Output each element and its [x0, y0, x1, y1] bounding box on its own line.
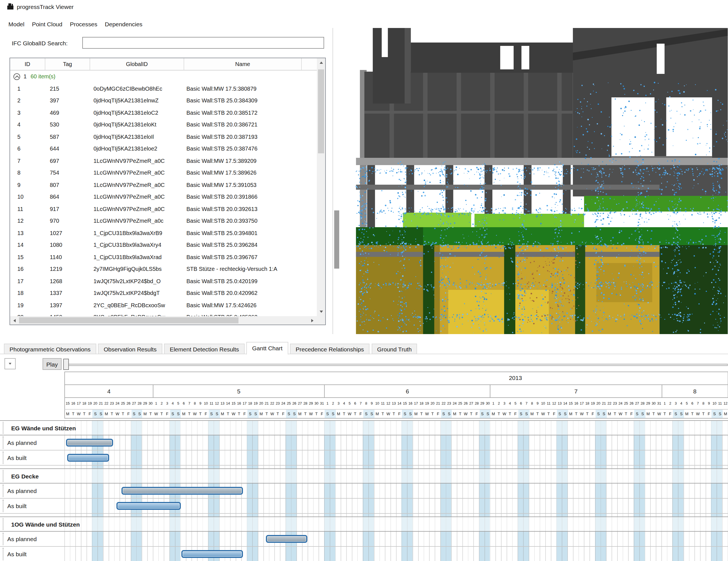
table-row[interactable]: 45300jdHoqTIj5KA21381eloKtBasic Wall:STB… [10, 119, 317, 131]
gantt-bar-planned[interactable] [121, 487, 243, 495]
day-number: 23 [275, 398, 281, 409]
table-row[interactable]: 129701LcGWnNV97PeZmeR_a0cBasic Wall:STB … [10, 215, 317, 227]
column-header-tag[interactable]: Tag [45, 58, 90, 70]
day-letter: S [214, 410, 220, 418]
column-header-globalid[interactable]: GlobalID [90, 58, 184, 70]
column-header-name[interactable]: Name [184, 58, 302, 70]
table-row[interactable]: 98071LcGWnNV97PeZmeR_a0CBasic Wall:MW 17… [10, 179, 317, 191]
table-row[interactable]: 66440jdHoqTIj5KA21381eloe2Basic Wall:STB… [10, 143, 317, 155]
day-letter: T [187, 410, 192, 418]
gantt-bar-planned[interactable] [266, 535, 307, 543]
day-number: 19 [424, 398, 430, 409]
horizontal-scrollbar[interactable] [10, 316, 317, 324]
day-letter: F [474, 410, 480, 418]
globalid-search-input[interactable] [82, 37, 324, 49]
menu-processes[interactable]: Processes [70, 20, 97, 29]
gantt-group-header[interactable]: EG Wände und Stützen [0, 420, 728, 435]
month-cell: 5 [153, 385, 325, 398]
gantt-bar-planned[interactable] [66, 439, 113, 446]
table-row[interactable]: 1913972YC_q0BEbF_RcDBcxooSwBasic Wall:MW… [10, 299, 317, 311]
cell-name: Basic Wall:STB 25.0:396284 [184, 242, 303, 248]
table-row[interactable]: 55870jdHoqTIj5KA21381eloIlBasic Wall:STB… [10, 131, 317, 143]
scroll-down-button[interactable] [317, 307, 325, 316]
menu-point-cloud[interactable]: Point Cloud [32, 20, 62, 29]
day-letter: W [656, 410, 662, 418]
year-label: 2013 [509, 374, 522, 381]
group-row[interactable]: 1 60 item(s) [10, 71, 317, 83]
day-letter: M [607, 410, 612, 418]
day-letter: T [701, 410, 706, 418]
gantt-group-header[interactable]: EG Decke [0, 468, 728, 483]
table-row[interactable]: 1310271_CjpCU31Bbx9la3waXrB9Basic Wall:S… [10, 227, 317, 239]
tab-ground-truth[interactable]: Ground Truth [371, 343, 417, 354]
vertical-scrollbar-thumb[interactable] [318, 69, 324, 153]
day-number: 24 [618, 398, 623, 409]
scroll-right-button[interactable] [308, 316, 317, 324]
table-row[interactable]: 1813371wJQt75lv2LxtKP24$bdgTBasic Wall:S… [10, 287, 317, 299]
day-letter: M [258, 410, 264, 418]
play-button[interactable]: Play [43, 358, 62, 370]
day-number: 31 [319, 398, 325, 409]
collapse-icon[interactable] [13, 73, 20, 80]
viewport-3d[interactable] [334, 28, 728, 334]
table-row[interactable]: 34690jdHoqTIj5KA21381eloC2Basic Wall:STB… [10, 107, 317, 119]
vertical-scrollbar[interactable] [317, 58, 325, 316]
view-options-dropdown[interactable] [4, 358, 16, 369]
cell-id: 11 [10, 206, 45, 212]
day-number: 7 [358, 398, 364, 409]
day-letter: T [546, 410, 551, 418]
tab-element-detection-results[interactable]: Element Detection Results [164, 343, 244, 354]
scroll-up-button[interactable] [317, 58, 325, 67]
cell-globalid: 1LcGWnNV97PeZmeR_a0c [90, 218, 184, 224]
gantt-row-label: As planned [7, 483, 37, 498]
cell-name: Basic Wall:MW 17.5:424626 [184, 302, 303, 308]
horizontal-scrollbar-thumb[interactable] [19, 317, 238, 323]
day-number: 25 [286, 398, 292, 409]
table-row[interactable]: 1511401_CjpCU31Bbx9la3waXradBasic Wall:S… [10, 251, 317, 263]
gantt-group-header[interactable]: 1OG Wände und Stützen [0, 516, 728, 532]
menu-bar: Model Point Cloud Processes Dependencies [3, 18, 142, 27]
column-header-id[interactable]: ID [10, 58, 45, 70]
day-letter: F [319, 410, 325, 418]
day-number: 16 [573, 398, 579, 409]
day-number: 24 [115, 398, 120, 409]
day-letter: T [109, 410, 115, 418]
day-number: 27 [131, 398, 137, 409]
day-number: 9 [369, 398, 374, 409]
cell-tag: 1450 [45, 314, 90, 316]
scroll-left-button[interactable] [10, 316, 19, 324]
table-row[interactable]: 87541LcGWnNV97PeZmeR_a0CBasic Wall:MW 17… [10, 167, 317, 179]
table-row[interactable]: 119171LcGWnNV97PeZmeR_a0CBasic Wall:STB … [10, 203, 317, 215]
gantt-bar-built[interactable] [67, 454, 109, 462]
day-number: 26 [126, 398, 131, 409]
table-row[interactable]: 1612192y7IMGHg9FigQujk0LS5bsSTB Stütze -… [10, 263, 317, 275]
tab-photogrammetric-observations[interactable]: Photogrammetric Observations [4, 343, 96, 354]
title-bar: progressTrack Viewer [0, 0, 728, 15]
table-row[interactable]: 12150oDyMGC6zCIBewbO8hEcBasic Wall:MW 17… [10, 83, 317, 95]
menu-model[interactable]: Model [8, 20, 24, 29]
table-row[interactable]: 23970jdHoqTIj5KA21381elnwZBasic Wall:STB… [10, 95, 317, 107]
table-row[interactable]: 76971LcGWnNV97PeZmeR_a0CBasic Wall:MW 17… [10, 155, 317, 167]
day-number: 16 [71, 398, 76, 409]
tab-precedence-relationships[interactable]: Precedence Relationships [290, 343, 369, 354]
table-row[interactable]: 1712681wJQt75lv2LxtKP24$bd_OBasic Wall:S… [10, 275, 317, 287]
month-cell: 7 [491, 385, 662, 398]
tab-gantt-chart[interactable]: Gantt Chart [247, 342, 288, 355]
gantt-row-label: As built [7, 450, 27, 465]
table-row[interactable]: 1410801_CjpCU31Bbx9la3waXry4Basic Wall:S… [10, 239, 317, 251]
day-letter: T [225, 410, 231, 418]
timeline-slider-thumb[interactable] [63, 359, 69, 370]
gantt-bar-built[interactable] [116, 502, 181, 510]
menu-dependencies[interactable]: Dependencies [105, 20, 142, 29]
timeline-slider-track[interactable] [63, 364, 728, 366]
day-number: 15 [402, 398, 408, 409]
cell-id: 10 [10, 194, 45, 200]
cell-id: 18 [10, 290, 45, 296]
cell-id: 16 [10, 266, 45, 272]
gantt-bar-built[interactable] [182, 550, 243, 558]
tab-observation-results[interactable]: Observation Results [98, 343, 162, 354]
table-row[interactable]: 108641LcGWnNV97PeZmeR_a0CBasic Wall:STB … [10, 191, 317, 203]
table-row[interactable]: 2014502YC_q0BEbF_RcDBcxooSwBasic Wall:ST… [10, 311, 317, 316]
day-letter: S [563, 410, 568, 418]
cell-globalid: 2YC_q0BEbF_RcDBcxooSw [90, 302, 184, 308]
